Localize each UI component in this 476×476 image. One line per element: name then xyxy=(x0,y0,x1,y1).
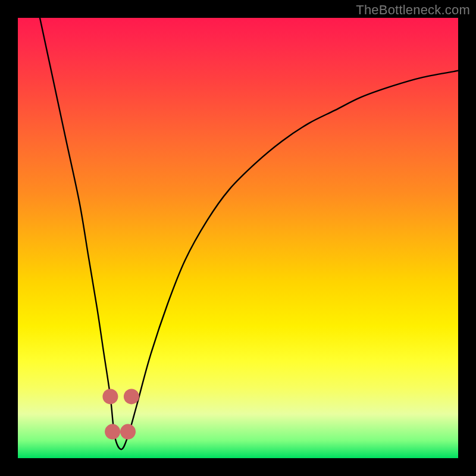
marker-c xyxy=(120,424,136,440)
plot-area xyxy=(18,18,458,458)
marker-a xyxy=(102,389,118,404)
marker-d xyxy=(124,389,139,404)
watermark-text: TheBottleneck.com xyxy=(356,2,470,18)
marker-b xyxy=(105,424,120,440)
curve-svg xyxy=(18,18,458,458)
bottleneck-curve xyxy=(40,18,458,449)
chart-frame: TheBottleneck.com xyxy=(0,0,476,476)
